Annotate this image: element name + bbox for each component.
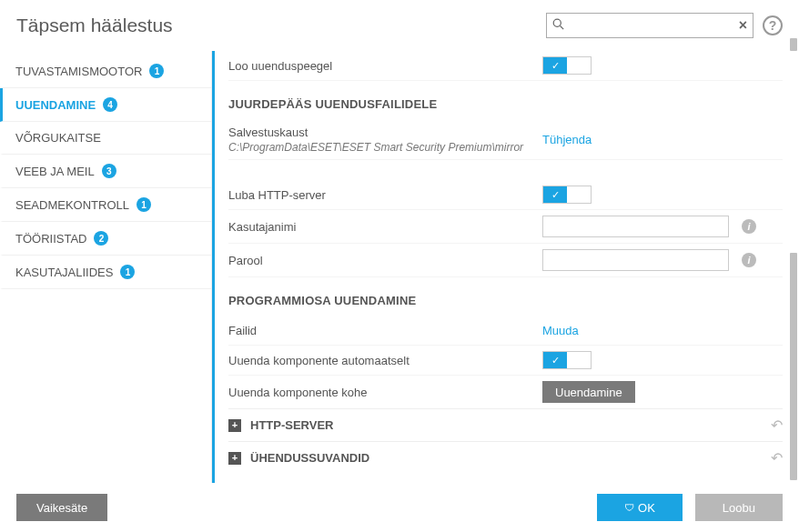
sidebar-item-label: UUENDAMINE	[15, 98, 96, 112]
expand-http-label: HTTP-SERVER	[250, 418, 771, 432]
sidebar-item-label: VEEB JA MEIL	[15, 165, 95, 178]
section-program-title: PROGRAMMIOSA UUENDAMINE	[228, 277, 783, 316]
check-icon: ✓	[543, 57, 567, 74]
password-label: Parool	[228, 254, 542, 267]
sidebar-item-update[interactable]: UUENDAMINE 4	[0, 88, 211, 122]
main-panel: Loo uuenduspeegel ✓ JUURDEPÄÄS UUENDUSFA…	[211, 51, 799, 487]
sidebar-item-tools[interactable]: TÖÖRIISTAD 2	[0, 222, 211, 256]
info-icon[interactable]: i	[742, 219, 756, 234]
clear-link[interactable]: Tühjenda	[542, 133, 592, 146]
plus-icon: +	[228, 419, 241, 432]
search-box[interactable]: ×	[546, 13, 753, 38]
expand-connection-options[interactable]: + ÜHENDUSSUVANDID ↶	[228, 441, 783, 474]
storage-folder-label: Salvestuskaust	[228, 125, 542, 139]
page-title: Täpsem häälestus	[16, 15, 173, 36]
sidebar-item-label: TUVASTAMISMOOTOR	[15, 65, 142, 78]
username-input[interactable]	[542, 216, 729, 237]
cancel-button[interactable]: Loobu	[695, 494, 783, 521]
help-button[interactable]: ?	[763, 15, 783, 35]
undo-icon[interactable]: ↶	[771, 417, 783, 434]
update-button[interactable]: Uuendamine	[542, 381, 635, 403]
default-button[interactable]: Vaikesäte	[16, 494, 107, 521]
check-icon: ✓	[543, 352, 567, 368]
update-now-label: Uuenda komponente kohe	[228, 386, 542, 399]
sidebar: TUVASTAMISMOOTOR 1 UUENDAMINE 4 VÕRGUKAI…	[0, 51, 211, 487]
edit-link[interactable]: Muuda	[542, 324, 579, 337]
badge: 4	[103, 97, 117, 112]
sidebar-item-detection-engine[interactable]: TUVASTAMISMOOTOR 1	[0, 55, 211, 88]
expand-conn-label: ÜHENDUSSUVANDID	[250, 451, 771, 465]
username-label: Kasutajanimi	[228, 220, 542, 234]
scrollbar-thumb-top[interactable]	[790, 38, 797, 51]
sidebar-item-label: SEADMEKONTROLL	[15, 198, 129, 212]
create-mirror-label: Loo uuenduspeegel	[228, 59, 542, 73]
sidebar-item-label: KASUTAJALIIDES	[15, 266, 113, 279]
sidebar-item-ui[interactable]: KASUTAJALIIDES 1	[0, 256, 211, 289]
password-input[interactable]	[542, 249, 729, 271]
http-server-label: Luba HTTP-server	[228, 188, 542, 202]
plus-icon: +	[228, 452, 241, 465]
shield-icon: 🛡	[624, 502, 634, 513]
svg-point-0	[553, 19, 561, 26]
check-icon: ✓	[543, 186, 567, 203]
section-access-title: JUURDEPÄÄS UUENDUSFAILIDELE	[228, 81, 783, 120]
expand-http-server[interactable]: + HTTP-SERVER ↶	[228, 408, 783, 441]
storage-folder-path: C:\ProgramData\ESET\ESET Smart Security …	[228, 141, 542, 154]
http-server-toggle[interactable]: ✓	[542, 186, 592, 204]
info-icon[interactable]: i	[742, 253, 756, 267]
scrollbar-thumb[interactable]	[790, 253, 797, 480]
badge: 1	[149, 64, 164, 78]
clear-icon[interactable]: ×	[739, 17, 747, 34]
ok-label: OK	[638, 501, 655, 515]
auto-update-toggle[interactable]: ✓	[542, 351, 592, 369]
badge: 1	[120, 265, 135, 279]
badge: 3	[102, 164, 116, 178]
create-mirror-toggle[interactable]: ✓	[542, 56, 592, 75]
sidebar-item-web-email[interactable]: VEEB JA MEIL 3	[0, 155, 211, 188]
ok-button[interactable]: 🛡 OK	[597, 494, 683, 521]
badge: 1	[137, 197, 151, 212]
active-indicator	[212, 51, 215, 487]
auto-update-label: Uuenda komponente automaatselt	[228, 354, 542, 367]
undo-icon[interactable]: ↶	[771, 449, 783, 467]
search-input[interactable]	[564, 19, 739, 33]
sidebar-item-label: TÖÖRIISTAD	[15, 232, 86, 246]
sidebar-item-device-control[interactable]: SEADMEKONTROLL 1	[0, 188, 211, 222]
search-icon	[552, 18, 564, 33]
sidebar-item-network-protection[interactable]: VÕRGUKAITSE	[0, 122, 211, 155]
files-label: Failid	[228, 324, 542, 337]
sidebar-item-label: VÕRGUKAITSE	[15, 131, 101, 145]
svg-line-1	[561, 26, 564, 30]
badge: 2	[94, 231, 108, 246]
